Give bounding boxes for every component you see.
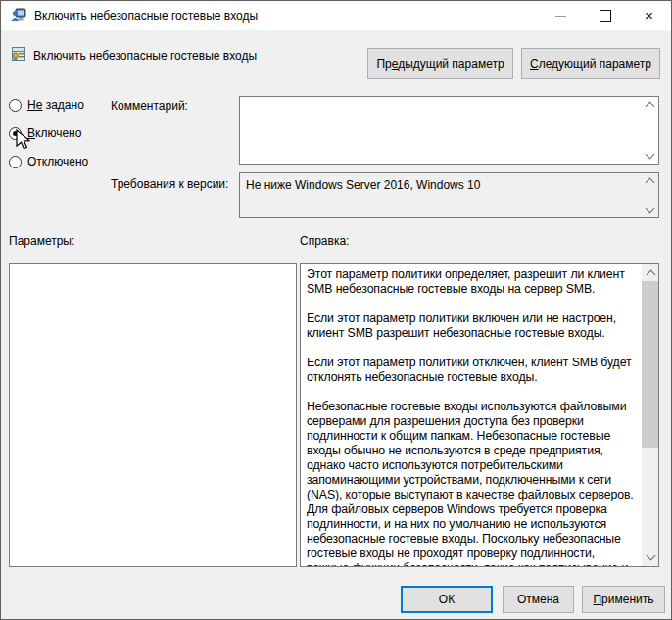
next-setting-button[interactable]: Следующий параметр [521, 48, 660, 79]
radio-not-configured-label: Не задано [27, 98, 84, 112]
scroll-down-icon [646, 150, 655, 160]
close-icon: × [645, 8, 653, 23]
comment-input[interactable] [239, 96, 659, 165]
previous-setting-button[interactable]: Предыдущий параметр [367, 48, 513, 79]
scrollbar-thumb[interactable] [642, 281, 658, 448]
maximize-button[interactable] [583, 1, 627, 30]
help-scrollbar[interactable] [642, 264, 658, 566]
comment-label: Комментарий: [111, 99, 188, 113]
minimize-button[interactable] [539, 1, 583, 30]
scroll-up-button[interactable] [642, 264, 658, 281]
radio-enabled-label: Включено [27, 126, 81, 140]
radio-not-configured[interactable]: Не задано [9, 97, 84, 113]
policy-setting-dialog: Включить небезопасные гостевые входы × В… [0, 0, 672, 620]
minimize-icon [555, 16, 566, 17]
app-icon [11, 8, 26, 24]
help-label: Справка: [300, 234, 349, 248]
scroll-up-icon [647, 270, 656, 280]
window-title: Включить небезопасные гостевые входы [34, 9, 258, 23]
maximize-icon [600, 10, 611, 22]
policy-name: Включить небезопасные гостевые входы [33, 49, 257, 63]
radio-enabled[interactable]: Включено [9, 125, 81, 141]
help-paragraph: Если этот параметр политики включен или … [307, 311, 637, 341]
help-panel: Этот параметр политики определяет, разре… [300, 263, 659, 567]
radio-circle [9, 99, 22, 112]
help-paragraph: Этот параметр политики определяет, разре… [307, 267, 637, 297]
scroll-down-icon [647, 551, 656, 561]
cancel-button[interactable]: Отмена [503, 586, 574, 613]
supported-on-box: Не ниже Windows Server 2016, Windows 10 [239, 172, 659, 218]
radio-disabled-label: Отключено [27, 155, 88, 168]
supported-on-label: Требования к версии: [111, 177, 228, 191]
scroll-up-icon [646, 178, 655, 188]
help-paragraph: Если этот параметр политики отключен, кл… [307, 356, 637, 385]
radio-disabled[interactable]: Отключено [9, 154, 88, 169]
scroll-down-button[interactable] [642, 549, 658, 566]
parameters-label: Параметры: [9, 234, 74, 248]
policy-icon [11, 46, 26, 62]
close-button[interactable]: × [627, 1, 671, 30]
help-text: Этот параметр политики определяет, разре… [301, 264, 642, 566]
titlebar[interactable]: Включить небезопасные гостевые входы × [1, 1, 671, 30]
radio-circle [9, 127, 22, 140]
radio-circle [9, 156, 22, 168]
scroll-up-icon [646, 102, 655, 112]
comment-scrollbar[interactable] [642, 97, 658, 164]
scroll-down-icon [646, 204, 655, 214]
supported-on-value: Не ниже Windows Server 2016, Windows 10 [246, 178, 635, 192]
parameters-panel [9, 263, 297, 567]
ok-button[interactable]: ОК [401, 586, 493, 613]
help-paragraph: Небезопасные гостевые входы используются… [307, 400, 637, 566]
apply-button[interactable]: Применить [582, 586, 665, 613]
supported-on-scrollbar [642, 173, 658, 217]
